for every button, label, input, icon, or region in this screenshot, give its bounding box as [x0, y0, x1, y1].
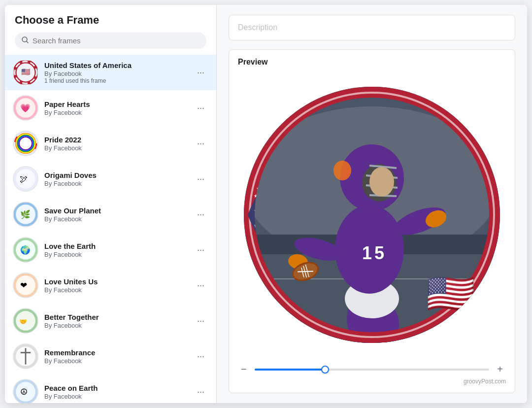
frame-item[interactable]: ☮ Peace on EarthBy Facebook··· [5, 374, 216, 403]
preview-section: Preview [229, 49, 515, 393]
frame-author: By Facebook [44, 322, 193, 329]
svg-text:🌿: 🌿 [20, 209, 31, 220]
frame-name: Love Unites Us [44, 277, 193, 287]
frame-thumb: ☮ [13, 379, 38, 403]
frame-item[interactable]: 🤝 Better TogetherBy Facebook··· [5, 303, 216, 339]
search-icon [22, 36, 29, 45]
svg-text:💗: 💗 [20, 103, 31, 113]
preview-label: Preview [238, 58, 506, 67]
frame-name: Pride 2022 [44, 135, 193, 145]
frame-more-button[interactable]: ··· [193, 385, 208, 398]
frame-info: Save Our PlanetBy Facebook [44, 206, 193, 223]
frame-item[interactable]: 🕊 Origami DovesBy Facebook··· [5, 161, 216, 197]
svg-line-1 [27, 41, 28, 43]
svg-point-62 [369, 167, 394, 197]
frame-more-button[interactable]: ··· [193, 66, 208, 79]
frame-thumb [13, 343, 38, 369]
watermark: groovyPost.com [238, 378, 506, 385]
frame-author: By Facebook [44, 286, 193, 294]
frame-item[interactable]: ❤ Love Unites UsBy Facebook··· [5, 268, 216, 303]
frame-author: By Facebook [44, 357, 193, 365]
frame-more-button[interactable]: ··· [193, 102, 208, 114]
svg-text:❤: ❤ [20, 281, 27, 290]
frame-info: Love the EarthBy Facebook [44, 241, 193, 259]
svg-text:🤝: 🤝 [19, 318, 28, 326]
right-panel: Description Preview [217, 5, 527, 403]
slider-thumb[interactable] [321, 366, 329, 374]
frame-name: Origami Doves [44, 170, 193, 180]
frame-thumb: 🌍 [13, 237, 38, 263]
frame-info: Origami DovesBy Facebook [44, 170, 193, 188]
frame-info: RemembranceBy Facebook [44, 348, 193, 365]
search-box[interactable] [15, 33, 206, 49]
choose-frame-modal: Choose a Frame 🇺🇸 United States of Ameri… [5, 5, 527, 403]
frame-name: Remembrance [44, 348, 193, 358]
frame-name: Peace on Earth [44, 383, 193, 393]
frame-thumb [13, 131, 38, 156]
frame-name: United States of America [44, 61, 193, 70]
player-image: 1 5 [244, 87, 500, 343]
frame-info: United States of AmericaBy Facebook1 fri… [44, 61, 193, 85]
frame-info: Better TogetherBy Facebook [44, 312, 193, 330]
frame-author: By Facebook [44, 109, 193, 116]
zoom-in-button[interactable]: + [494, 363, 506, 376]
svg-text:🇺🇸: 🇺🇸 [21, 68, 31, 76]
preview-image-wrap: 1 5 [238, 73, 506, 356]
slider-track[interactable] [255, 369, 490, 371]
frame-thumb: 🇺🇸 [13, 60, 38, 85]
frame-item[interactable]: Pride 2022By Facebook··· [5, 126, 216, 161]
frame-author: By Facebook [44, 144, 193, 152]
frame-author: By Facebook [44, 180, 193, 187]
frame-more-button[interactable]: ··· [193, 279, 208, 292]
frame-item[interactable]: 🌿 Save Our PlanetBy Facebook··· [5, 197, 216, 232]
frames-list-panel: Choose a Frame 🇺🇸 United States of Ameri… [5, 5, 217, 403]
frame-item[interactable]: RemembranceBy Facebook··· [5, 339, 216, 374]
preview-circle: 1 5 [244, 87, 500, 343]
frame-name: Save Our Planet [44, 206, 193, 216]
frame-friend-info: 1 friend used this frame [44, 77, 193, 84]
frame-info: Love Unites UsBy Facebook [44, 277, 193, 294]
left-header: Choose a Frame [5, 5, 216, 55]
frame-info: Paper HeartsBy Facebook [44, 100, 193, 117]
frame-item[interactable]: 🇺🇸 United States of AmericaBy Facebook1 … [5, 55, 216, 90]
frame-item[interactable]: 🌍 Love the EarthBy Facebook··· [5, 232, 216, 268]
modal-title: Choose a Frame [15, 14, 206, 27]
svg-text:🕊: 🕊 [20, 174, 28, 184]
frame-info: Peace on EarthBy Facebook [44, 383, 193, 401]
frame-more-button[interactable]: ··· [193, 243, 208, 256]
frame-author: By Facebook [44, 393, 193, 400]
frame-thumb: ❤ [13, 272, 38, 298]
frame-more-button[interactable]: ··· [193, 314, 208, 327]
frame-thumb: 🌿 [13, 202, 38, 227]
frame-author: By Facebook [44, 251, 193, 258]
frames-list: 🇺🇸 United States of AmericaBy Facebook1 … [5, 55, 216, 403]
frame-more-button[interactable]: ··· [193, 137, 208, 150]
frame-thumb: 🕊 [13, 166, 38, 192]
frame-info: Pride 2022By Facebook [44, 135, 193, 152]
search-input[interactable] [33, 36, 200, 45]
frame-item[interactable]: 💗 Paper HeartsBy Facebook··· [5, 90, 216, 126]
svg-text:1: 1 [362, 243, 372, 263]
description-box: Description [229, 15, 515, 40]
frame-thumb: 💗 [13, 95, 38, 121]
svg-point-63 [333, 161, 351, 180]
frame-more-button[interactable]: ··· [193, 172, 208, 185]
svg-text:5: 5 [374, 243, 384, 263]
description-placeholder: Description [238, 23, 277, 32]
frame-name: Paper Hearts [44, 100, 193, 109]
frame-thumb: 🤝 [13, 308, 38, 334]
frame-name: Better Together [44, 312, 193, 322]
svg-text:☮: ☮ [20, 387, 28, 397]
frame-more-button[interactable]: ··· [193, 350, 208, 363]
frame-author: By Facebook [44, 70, 193, 77]
frame-more-button[interactable]: ··· [193, 208, 208, 221]
zoom-out-button[interactable]: − [238, 363, 250, 376]
slider-wrap: − + [238, 363, 506, 376]
frame-author: By Facebook [44, 215, 193, 223]
svg-text:🌍: 🌍 [20, 245, 31, 255]
slider-fill [255, 369, 325, 371]
frame-name: Love the Earth [44, 241, 193, 251]
